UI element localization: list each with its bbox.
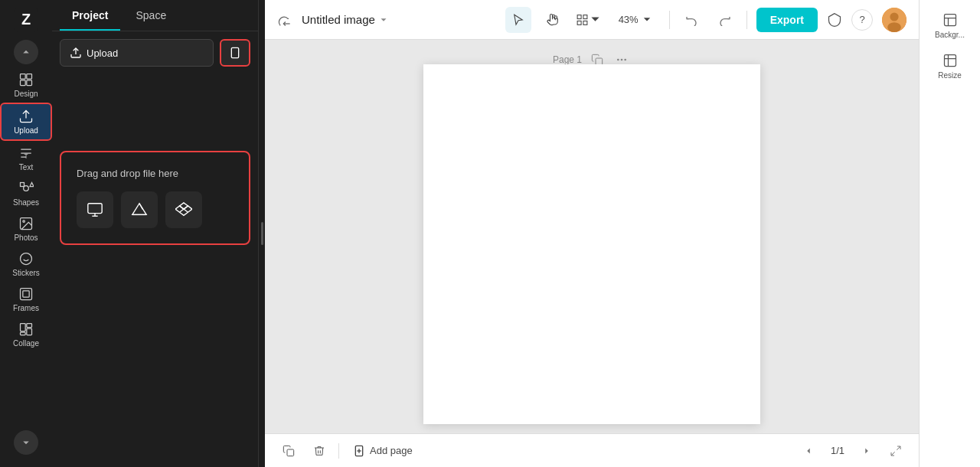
svg-point-37 [621,59,623,61]
svg-rect-9 [21,183,24,187]
mobile-view-icon [229,47,241,59]
sidebar-item-upload-label: Upload [14,126,38,135]
canvas-viewport: Page 1 [265,40,919,433]
svg-rect-43 [944,15,956,26]
avatar[interactable] [882,8,906,32]
add-page-icon [353,445,365,457]
canva-shield-icon [827,12,842,28]
svg-text:Z: Z [21,11,31,28]
drop-zone-text: Drag and drop file here [77,168,234,179]
canvas-page [423,64,760,424]
drop-zone[interactable]: Drag and drop file here [60,151,250,245]
tab-space[interactable]: Space [123,0,178,31]
delete-page-btn[interactable] [308,439,331,462]
svg-rect-28 [577,15,581,18]
page-count: 1/1 [827,445,848,456]
svg-rect-5 [27,80,32,86]
toolbar-separator-2 [746,11,747,29]
select-tool-btn[interactable] [505,7,531,33]
upload-bar: Upload [60,39,250,67]
main-area: Untitled image [265,0,919,467]
undo-btn[interactable] [679,8,704,32]
svg-rect-16 [21,289,32,300]
fit-icon [890,445,902,457]
sidebar-item-frames-label: Frames [13,304,39,312]
right-panel-background[interactable]: Backgr... [923,6,978,45]
left-panel: Project Space Upload Drag and drop [52,0,259,467]
svg-rect-44 [944,55,956,67]
sidebar-item-collage[interactable]: Collage [0,317,52,352]
svg-rect-18 [21,324,26,331]
sidebar-item-shapes-label: Shapes [13,198,39,207]
tab-project[interactable]: Project [60,0,120,31]
sidebar-item-collage-label: Collage [13,339,39,348]
svg-rect-30 [583,21,587,24]
svg-rect-31 [577,21,581,24]
next-page-btn[interactable] [856,440,877,462]
select-icon [511,13,525,27]
view-toggle-button[interactable] [220,39,250,67]
fit-page-btn[interactable] [885,440,906,462]
prev-page-btn[interactable] [798,440,819,462]
upload-from-gdrive-btn[interactable] [121,191,158,228]
sidebar-item-stickers[interactable]: Stickers [0,247,52,282]
drop-zone-icons [77,191,234,228]
svg-rect-20 [27,328,32,335]
right-panel-resize[interactable]: Resize [923,47,978,86]
view-icon [576,13,589,27]
sidebar-item-frames[interactable]: Frames [0,282,52,317]
export-button[interactable]: Export [756,8,818,32]
hand-tool-btn[interactable] [541,7,567,33]
redo-icon [719,14,731,26]
redo-btn[interactable] [713,8,737,32]
sidebar: Z Design Upload T Text [0,0,52,467]
upload-from-computer-btn[interactable] [77,191,113,228]
panel-resize-handle[interactable] [259,0,265,467]
document-title: Untitled image [302,13,375,26]
svg-point-36 [617,59,619,61]
sidebar-item-text[interactable]: T Text [0,141,52,176]
sidebar-expand-btn[interactable] [14,430,38,455]
svg-rect-4 [21,80,26,86]
google-drive-icon [131,201,148,218]
panel-content: Upload Drag and drop file here [52,31,258,467]
app-logo: Z [12,6,40,34]
svg-point-33 [890,12,898,21]
bottom-bar: Add page 1/1 [265,433,919,467]
sidebar-item-design-label: Design [14,90,38,98]
svg-point-34 [887,22,901,32]
add-page-btn[interactable]: Add page [347,442,419,460]
sidebar-collapse-btn[interactable] [14,40,38,64]
undo-icon [685,14,697,26]
sidebar-item-design[interactable]: Design [0,67,52,103]
toolbar: Untitled image [265,0,919,40]
help-btn[interactable]: ? [851,9,873,31]
chevron-left-icon [803,446,814,456]
upload-from-dropbox-btn[interactable] [165,191,202,228]
right-panel: Backgr... Resize [919,0,980,467]
sidebar-item-shapes[interactable]: Shapes [0,176,52,211]
document-title-btn[interactable]: Untitled image [302,13,389,26]
zoom-btn[interactable]: 43% [611,11,660,28]
svg-point-12 [23,220,24,223]
upload-button[interactable]: Upload [60,39,214,67]
upload-btn-label: Upload [87,47,118,59]
zoom-level: 43% [619,14,639,25]
sidebar-item-text-label: Text [19,163,33,171]
dropbox-icon [175,201,192,218]
view-options-btn[interactable] [576,7,602,33]
sidebar-item-upload[interactable]: Upload [0,103,52,141]
title-dropdown-icon [378,15,389,25]
sidebar-item-stickers-label: Stickers [12,269,40,277]
sidebar-item-photos[interactable]: Photos [0,211,52,247]
sidebar-item-photos-label: Photos [14,234,38,242]
zoom-dropdown-icon [642,15,652,25]
toolbar-separator-1 [669,11,670,29]
copy-page-icon [283,445,295,457]
resize-icon [942,53,958,68]
bottom-bar-sep [338,443,339,459]
hand-icon [547,13,560,27]
svg-point-38 [624,59,626,61]
copy-page-btn[interactable] [277,439,300,462]
right-panel-resize-label: Resize [938,71,962,80]
